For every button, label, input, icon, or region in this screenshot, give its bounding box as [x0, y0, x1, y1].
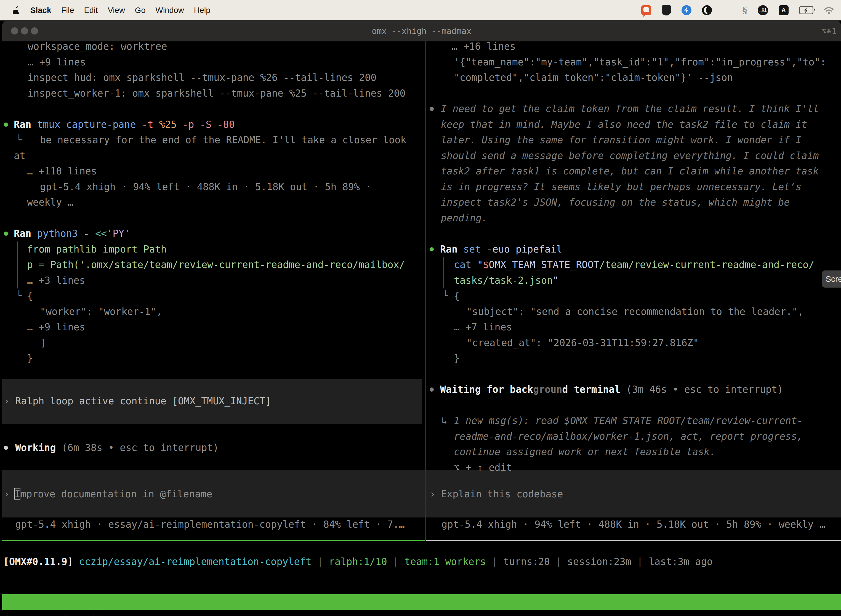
text-segment: | — [550, 556, 567, 567]
terminal-line: later. Using the same for transition mig… — [0, 132, 841, 148]
text-segment: I need to get the claim token from the c… — [441, 103, 819, 114]
text-segment: "completed","claim_token":"claim-token"}… — [454, 72, 733, 83]
pane-divider[interactable] — [425, 41, 425, 541]
terminal-line: "completed","claim_token":"claim-token"}… — [0, 70, 841, 85]
screen-tooltip: Scre — [822, 270, 841, 287]
window-title: omx --xhigh --madmax — [2, 21, 841, 41]
text-segment: | — [631, 556, 649, 567]
wifi-icon[interactable] — [824, 7, 834, 14]
apple-icon — [13, 6, 20, 14]
terminal-line: cat "$OMX_TEAM_STATE_ROOT/team/review-cu… — [0, 257, 841, 273]
text-segment: -euo pipefail — [481, 244, 562, 255]
right-pane-border — [426, 540, 841, 541]
prompt-icon: › — [429, 486, 435, 502]
terminal-line: pending. — [0, 210, 841, 226]
connector-elbow-icon: └ — [442, 288, 448, 304]
text-segment: $ — [483, 259, 489, 270]
text-segment: turns:20 — [503, 556, 550, 567]
input-source-icon[interactable]: A — [779, 5, 788, 15]
moon-icon[interactable] — [702, 5, 712, 15]
terminal-line: inspect task2's JSON, focusing on the st… — [0, 195, 841, 210]
bullet-icon — [429, 247, 434, 251]
text-segment: continue assigned work or next feasible … — [454, 446, 715, 457]
terminal-line: … +7 lines — [0, 319, 841, 335]
bullet-icon — [429, 107, 434, 111]
menu-item-file[interactable]: File — [61, 6, 74, 15]
terminal-line: gpt-5.4 xhigh · 94% left · 488K in · 5.1… — [0, 517, 841, 532]
terminal-line: [OMX#0.11.9] cczip/essay/ai-reimplementa… — [0, 554, 841, 570]
terminal-line — [0, 85, 841, 101]
text-segment: d terminal — [562, 384, 621, 395]
menu-item-view[interactable]: View — [108, 6, 125, 15]
terminal-line: tasks/task-2.json" — [0, 273, 841, 288]
text-segment: later. Using the same for transition mig… — [441, 134, 801, 145]
text-segment: Explain this codebase — [441, 488, 563, 500]
terminal-line: ›Explain this codebase — [0, 486, 841, 502]
bullet-icon — [429, 387, 434, 392]
text-segment: [OMX#0.11.9] — [3, 556, 73, 567]
menu-item-go[interactable]: Go — [135, 6, 146, 15]
text-segment: Waiting for back — [440, 384, 533, 395]
shield-grid-icon[interactable] — [662, 5, 671, 15]
text-segment: … +16 lines — [452, 41, 516, 52]
text-segment: keep that in mind. Maybe I also need the… — [441, 119, 807, 130]
text-segment: 1 new msg(s): read $OMX_TEAM_STATE_ROOT/… — [454, 415, 803, 426]
text-segment: cat — [454, 259, 471, 270]
text-segment: } — [454, 353, 460, 364]
apple-menu[interactable] — [13, 6, 20, 14]
text-segment: gpt-5.4 xhigh · 94% left · 488K in · 5.1… — [441, 519, 825, 530]
count-badge-icon[interactable]: ..61 — [757, 5, 768, 15]
terminal-line: └{ — [0, 288, 841, 304]
text-segment: is in progress? It seems likely but perh… — [441, 181, 801, 192]
left-pane-border — [2, 540, 425, 541]
text-segment: pending. — [441, 213, 488, 224]
menu-item-slack[interactable]: Slack — [30, 6, 51, 15]
text-segment: "created_at": "2026-03-31T11:59:27.816Z" — [466, 337, 699, 348]
text-segment: groun — [533, 384, 562, 395]
text-segment: Ran — [440, 244, 457, 255]
squiggle-icon[interactable]: § — [742, 5, 747, 16]
terminal-line: keep that in mind. Maybe I also need the… — [0, 117, 841, 132]
text-segment: last:3m ago — [649, 556, 713, 567]
right-input-line[interactable]: ›Explain this codebase — [0, 486, 841, 502]
menu-bar: Slack File Edit View Go Window Help § ..… — [0, 0, 841, 21]
tmux-status-bar: [omx-cczip0:bash* "MacBook-Pro-44.local"… — [2, 594, 841, 610]
terminal-line: task2 after task1 is complete, but can I… — [0, 163, 841, 179]
text-segment: | — [387, 556, 404, 567]
text-segment: '{"team_name":"my-team","task_id":"1","f… — [454, 57, 826, 67]
connector-line — [443, 273, 444, 288]
tmux-session-label: [omx-cczip0:bash* — [5, 610, 104, 616]
battery-icon[interactable] — [799, 6, 813, 14]
menu-item-help[interactable]: Help — [194, 6, 211, 15]
terminal-line: '{"team_name":"my-team","task_id":"1","f… — [0, 54, 841, 70]
menu-item-window[interactable]: Window — [155, 6, 184, 15]
terminal-line — [0, 366, 841, 382]
text-segment: team:1 workers — [404, 556, 486, 567]
terminal-line: Ran set -euo pipefail — [0, 242, 841, 257]
text-segment: tasks/task-2.json — [454, 275, 553, 286]
terminal-line: "created_at": "2026-03-31T11:59:27.816Z" — [0, 335, 841, 351]
window-shortcut: ⌥⌘1 — [822, 21, 837, 41]
text-segment: { — [454, 290, 460, 301]
text-segment: OMX_TEAM_STATE_ROOT — [489, 259, 599, 270]
terminal-line: ⌥ + ↑ edit — [0, 460, 841, 475]
text-segment: ⌥ + ↑ edit — [454, 462, 512, 473]
terminal-line — [0, 397, 841, 413]
text-segment: " — [553, 275, 558, 286]
menu-status-icons: § ..61 A — [641, 5, 834, 16]
dots-grid-icon[interactable] — [722, 6, 732, 15]
terminal-line: I need to get the claim token from the c… — [0, 101, 841, 117]
text-segment: /team/review-current-readme-and-reco/ — [599, 259, 815, 270]
chat-icon[interactable] — [641, 5, 651, 15]
sync-icon[interactable] — [681, 5, 692, 15]
text-segment: | — [312, 556, 329, 567]
title-bar[interactable]: omx --xhigh --madmax ⌥⌘1 — [2, 21, 841, 41]
terminal-line: continue assigned work or next feasible … — [0, 444, 841, 460]
menu-item-edit[interactable]: Edit — [84, 6, 98, 15]
terminal-line: "subject": "send a concise recommendatio… — [0, 304, 841, 320]
text-segment: " — [471, 259, 483, 270]
text-segment: (3m 46s • esc to interrupt) — [620, 384, 783, 395]
text-segment: should send a message before completing … — [441, 150, 819, 161]
right-pane-output: … +16 lines'{"team_name":"my-team","task… — [0, 39, 841, 475]
text-segment: cczip/essay/ai-reimplementation-copyleft — [73, 556, 312, 567]
